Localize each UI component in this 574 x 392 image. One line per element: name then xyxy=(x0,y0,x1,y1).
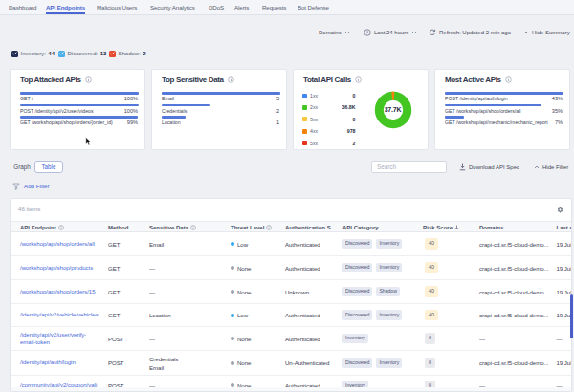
threat-level-dot xyxy=(231,337,234,340)
time-range-dropdown[interactable]: Last 24 hours xyxy=(364,28,417,37)
table-tab[interactable]: Table xyxy=(34,161,63,173)
bar-label: POST /identity/api/v2/user/videos xyxy=(20,108,94,114)
threat-level-text: None xyxy=(237,265,251,272)
donut-legend-value: 36.8K xyxy=(342,104,356,110)
threat-level-text: None xyxy=(237,289,251,295)
card-title-text: Total API Calls xyxy=(303,76,351,84)
card-title: Top Attacked APIs xyxy=(20,76,92,84)
endpoint-link[interactable]: /workshop/api/shop/orders/15 xyxy=(20,280,104,303)
legend-checkbox-shadow[interactable]: Shadow:2 xyxy=(109,50,146,57)
bar-value: 100% xyxy=(124,108,138,114)
risk-score-cell: 40 xyxy=(425,256,438,279)
sensitive-data-cell: CredentialsEmail xyxy=(149,351,178,375)
nav-tab-malicious-users[interactable]: Malicious Users xyxy=(97,0,137,14)
summary-card-top-attacked-apis: Top Attacked APIsGET /100%POST /identity… xyxy=(10,69,145,150)
bar xyxy=(162,92,280,95)
endpoint-link[interactable]: /identity/api/v2/user/verify-email-token xyxy=(20,327,104,350)
method-cell: POST xyxy=(108,351,123,375)
api-category-cell: DiscoveredInventory xyxy=(342,256,402,279)
legend-checkbox-inventory[interactable]: Inventory:44 xyxy=(11,50,55,57)
column-header-label: Last updated xyxy=(557,225,573,230)
add-filter-label: Add Filter xyxy=(24,183,49,189)
legend-checkbox-discovered[interactable]: Discovered:13 xyxy=(58,50,106,57)
nav-tab-dashboard[interactable]: Dashboard xyxy=(9,0,36,14)
donut-legend-label: 2xx xyxy=(310,104,318,110)
donut-legend-row: 1xx0 xyxy=(302,93,356,98)
chevron-down-icon xyxy=(344,31,350,34)
threat-level-text: None xyxy=(237,359,251,366)
legend-swatch xyxy=(302,94,307,98)
donut-legend-value: 0 xyxy=(353,117,356,122)
legend-label: Discovered: xyxy=(68,51,99,56)
bar-label: GET /workshop/api/mechanic/mechanic_repo… xyxy=(445,120,548,125)
hide-summary-button[interactable]: Hide Summary xyxy=(523,28,570,37)
donut-legend-row: 5xx2 xyxy=(302,141,356,146)
endpoint-link[interactable]: /identity/api/auth/login xyxy=(20,351,104,375)
nav-tab-requests[interactable]: Requests xyxy=(262,0,286,14)
table-row: /identity/api/v2/vehicle/vehiclesGETLoca… xyxy=(11,304,572,327)
column-header-label: API Category xyxy=(342,225,379,230)
hide-filter-button[interactable]: Hide Filter xyxy=(534,162,568,172)
category-badge: Discovered xyxy=(342,310,372,320)
risk-score-cell: 0 xyxy=(425,327,435,350)
nav-tab-alerts[interactable]: Alerts xyxy=(234,0,249,14)
legend-swatch xyxy=(302,105,307,110)
risk-score-badge: 40 xyxy=(425,238,438,250)
endpoint-text: /workshop/api/shop/orders/15 xyxy=(20,288,96,296)
checkbox-checked-icon[interactable] xyxy=(58,51,65,57)
add-filter-button[interactable]: Add Filter xyxy=(12,181,49,191)
nav-tab-label: API Endpoints xyxy=(46,4,85,11)
threat-level-dot xyxy=(231,314,234,317)
info-icon xyxy=(190,225,196,230)
table-row: /identity/api/v2/user/verify-email-token… xyxy=(11,327,572,351)
nav-tab-bot-defense[interactable]: Bot Defense xyxy=(298,0,329,14)
authentication-cell: Un-Authenticated xyxy=(285,351,329,375)
method-text: POST xyxy=(108,359,123,366)
checkbox-checked-icon[interactable] xyxy=(109,51,116,57)
endpoint-link[interactable]: /identity/api/v2/vehicle/vehicles xyxy=(20,304,104,326)
authentication-cell: Authenticated xyxy=(285,256,320,279)
legend-value: 13 xyxy=(100,51,107,56)
nav-tab-api-endpoints[interactable]: API Endpoints xyxy=(46,0,85,14)
sensitive-data-text: Email xyxy=(149,363,178,372)
graph-tab[interactable]: Graph xyxy=(10,161,34,173)
authentication-text: Unknown xyxy=(285,289,309,295)
risk-score-cell: 40 xyxy=(425,280,438,303)
endpoint-link[interactable]: /workshop/api/shop/products xyxy=(20,256,104,279)
sensitive-data-text: Location xyxy=(149,311,171,319)
gear-icon[interactable] xyxy=(557,207,563,213)
nav-tab-label: Security Analytics xyxy=(150,4,195,11)
sensitive-data-cell: Email xyxy=(149,232,164,255)
last-updated-text: — xyxy=(557,336,563,342)
bar-value: 100% xyxy=(124,96,138,101)
authentication-text: Authenticated xyxy=(285,241,320,248)
endpoint-link[interactable]: /workshop/api/shop/orders/all xyxy=(20,232,104,255)
threat-level-text: Low xyxy=(237,312,248,318)
horizontal-scrollbar-track[interactable] xyxy=(11,387,572,391)
vertical-scrollbar-thumb[interactable] xyxy=(570,294,573,338)
info-icon xyxy=(355,76,362,83)
domains-dropdown[interactable]: Domains xyxy=(319,28,350,37)
category-badge: Inventory xyxy=(342,334,368,344)
info-icon xyxy=(58,225,64,230)
sensitive-data-cell: — xyxy=(149,327,155,350)
donut-legend-value: 2 xyxy=(353,141,356,146)
api-category-cell: Inventory xyxy=(342,327,368,350)
method-text: GET xyxy=(108,241,120,248)
search-input[interactable] xyxy=(371,161,447,173)
nav-tab-security-analytics[interactable]: Security Analytics xyxy=(150,0,195,14)
sort-desc-icon xyxy=(454,225,459,230)
nav-tab-label: DDoS xyxy=(209,4,224,11)
refresh-button[interactable]: Refresh: Updated 2 min ago xyxy=(429,28,511,37)
column-header-label: Method xyxy=(108,225,128,230)
domains-cell: crapi-cd.sr.f5-cloud-demo... xyxy=(479,304,548,326)
legend-swatch xyxy=(302,141,307,145)
download-api-spec-button[interactable]: Download API Spec xyxy=(459,162,519,172)
threat-level-cell: Low xyxy=(231,232,248,255)
nav-tab-ddos[interactable]: DDoS xyxy=(209,0,224,14)
risk-score-cell: 0 xyxy=(425,351,435,375)
checkbox-checked-icon[interactable] xyxy=(11,51,18,57)
donut-legend-row: 3xx0 xyxy=(302,117,356,122)
summary-card-total-api-calls: Total API Calls1xx02xx36.8K3xx04xx9785xx… xyxy=(293,69,429,150)
domains-text: crapi-cd.sr.f5-cloud-demo... xyxy=(479,312,548,318)
